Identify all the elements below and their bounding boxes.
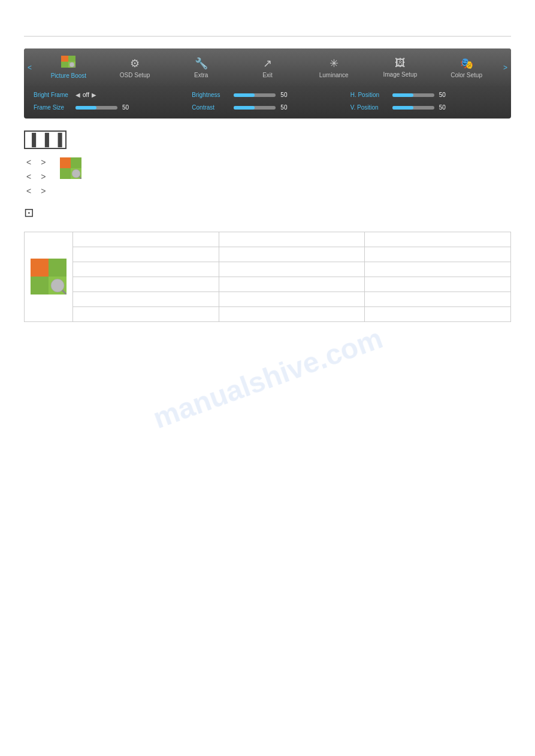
- table-cell: [219, 262, 365, 277]
- osd-nav: < Picture Boost ⚙ OSD Setup 🔧: [24, 48, 511, 86]
- nav-osd-setup[interactable]: ⚙ OSD Setup: [102, 54, 168, 81]
- nav-next-arrow[interactable]: >: [500, 63, 511, 72]
- below-section: ▐ ▐ ▐ < > < > < >: [24, 130, 511, 220]
- nav-exit[interactable]: ↗ Exit: [234, 54, 301, 81]
- frame-size-fill: [75, 106, 96, 110]
- frame-size-value: 50: [122, 104, 129, 111]
- table-cell: [365, 262, 511, 277]
- table-row: [25, 232, 511, 247]
- table-cell: [365, 277, 511, 292]
- extra-nav-icon: 🔧: [195, 57, 208, 70]
- svg-rect-12: [31, 259, 49, 277]
- svg-point-10: [72, 169, 80, 178]
- table-section: [24, 232, 511, 322]
- table-cell: [73, 292, 219, 307]
- brightness-row: Brightness 50: [188, 90, 346, 100]
- nav-prev-arrow[interactable]: <: [24, 63, 35, 72]
- icon-bar-row: ▐ ▐ ▐: [24, 130, 511, 149]
- resize-icon[interactable]: ⊡: [24, 206, 34, 219]
- nav-row-2: < >: [24, 172, 48, 181]
- battery-icon: ▐ ▐ ▐: [24, 130, 67, 149]
- brightness-fill: [234, 93, 255, 97]
- svg-rect-6: [60, 157, 71, 168]
- nav-row-3-right[interactable]: >: [38, 186, 48, 196]
- nav-row-1: < >: [24, 157, 48, 167]
- brightness-label: Brightness: [192, 92, 234, 98]
- contrast-slider[interactable]: [234, 106, 276, 110]
- nav-exit-label: Exit: [262, 72, 273, 78]
- brightness-slider[interactable]: [234, 93, 276, 97]
- table-cell: [73, 247, 219, 262]
- v-position-slider-wrap: 50: [392, 104, 448, 111]
- bright-frame-right[interactable]: ▶: [92, 92, 96, 98]
- svg-point-16: [51, 279, 64, 292]
- contrast-value: 50: [280, 104, 287, 111]
- table-row: [25, 262, 511, 277]
- nav-osd-setup-label: OSD Setup: [120, 72, 150, 78]
- nav-color-setup-label: Color Setup: [451, 72, 482, 78]
- svg-rect-14: [31, 277, 49, 294]
- brightness-value: 50: [280, 92, 287, 98]
- osd-setup-nav-icon: ⚙: [130, 57, 140, 70]
- top-divider: [24, 36, 511, 37]
- table-row: [25, 247, 511, 262]
- nav-row-1-left[interactable]: <: [24, 157, 34, 167]
- nav-image-setup[interactable]: 🖼 Image Setup: [367, 54, 434, 80]
- table-cell: [219, 232, 365, 247]
- v-position-fill: [392, 106, 413, 110]
- picture-boost-nav-icon: [61, 56, 75, 71]
- h-position-row: H. Position 50: [347, 90, 505, 100]
- bright-frame-row: Bright Frame ◀ off ▶: [30, 90, 188, 100]
- contrast-label: Contrast: [192, 104, 234, 111]
- image-cell: [25, 232, 73, 322]
- nav-row-2-left[interactable]: <: [24, 172, 34, 181]
- luminance-nav-icon: ✳: [330, 57, 338, 70]
- h-position-slider[interactable]: [392, 93, 434, 97]
- exit-nav-icon: ↗: [263, 57, 272, 70]
- osd-content: Bright Frame ◀ off ▶ Brightness 50 H. Po…: [24, 86, 511, 119]
- v-position-label: V. Position: [350, 104, 392, 111]
- nav-extra[interactable]: 🔧 Extra: [168, 54, 234, 81]
- nav-extra-label: Extra: [194, 72, 208, 78]
- table-cell: [219, 307, 365, 322]
- nav-row-3-left[interactable]: <: [24, 186, 34, 196]
- table-cell: [73, 232, 219, 247]
- h-position-fill: [392, 93, 413, 97]
- table-row: [25, 277, 511, 292]
- frame-size-slider[interactable]: [75, 106, 117, 110]
- nav-row-2-right[interactable]: >: [38, 172, 48, 181]
- contrast-fill: [234, 106, 255, 110]
- resize-icon-row: ⊡: [24, 205, 511, 220]
- picture-boost-thumbnail: [60, 157, 81, 181]
- table-cell: [365, 292, 511, 307]
- table-cell: [73, 262, 219, 277]
- frame-size-label: Frame Size: [34, 104, 75, 111]
- contrast-row: Contrast 50: [188, 102, 346, 113]
- table-cell: [73, 307, 219, 322]
- osd-menu: < Picture Boost ⚙ OSD Setup 🔧: [24, 48, 511, 119]
- nav-luminance[interactable]: ✳ Luminance: [301, 54, 367, 81]
- table-cell: [365, 307, 511, 322]
- h-position-label: H. Position: [350, 92, 392, 98]
- h-position-slider-wrap: 50: [392, 92, 448, 98]
- table-cell: [219, 292, 365, 307]
- nav-luminance-label: Luminance: [319, 72, 349, 78]
- svg-point-4: [69, 62, 74, 67]
- table-cell: [365, 247, 511, 262]
- svg-rect-1: [68, 56, 75, 62]
- nav-and-icon-section: < > < > < >: [24, 157, 511, 201]
- nav-picture-boost[interactable]: Picture Boost: [35, 53, 102, 81]
- nav-color-setup[interactable]: 🎭 Color Setup: [433, 54, 500, 81]
- contrast-slider-wrap: 50: [234, 104, 289, 111]
- nav-row-3: < >: [24, 186, 48, 196]
- bright-frame-left[interactable]: ◀: [75, 92, 80, 98]
- info-table: [24, 232, 511, 322]
- v-position-slider[interactable]: [392, 106, 434, 110]
- frame-size-slider-wrap: 50: [75, 104, 131, 111]
- h-position-value: 50: [439, 92, 446, 98]
- watermark: manualshive.com: [149, 321, 386, 435]
- nav-row-1-right[interactable]: >: [38, 157, 48, 167]
- image-setup-nav-icon: 🖼: [395, 57, 406, 69]
- svg-rect-0: [61, 56, 68, 62]
- v-position-value: 50: [439, 104, 446, 111]
